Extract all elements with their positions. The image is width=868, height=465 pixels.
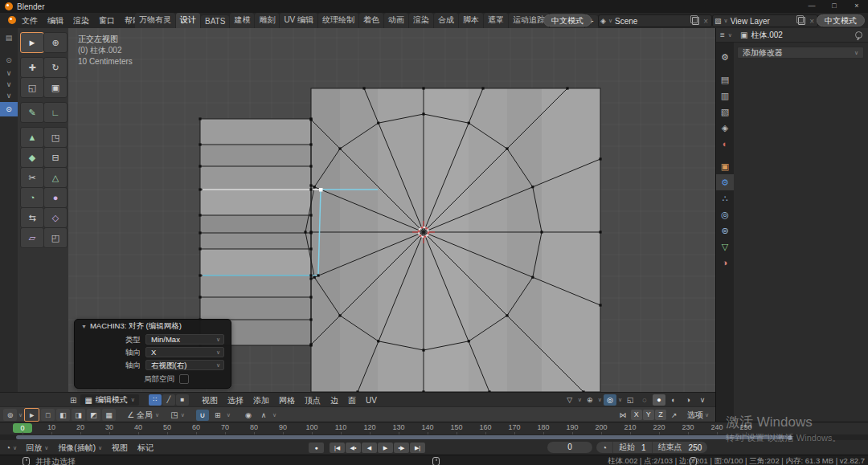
- type-dropdown[interactable]: Min/Max∨: [145, 334, 224, 345]
- viewport-menu-顶点[interactable]: 顶点: [300, 393, 326, 408]
- maximize-button[interactable]: □: [823, 0, 845, 13]
- eye-icon[interactable]: ⊙: [0, 102, 18, 116]
- tab-tool[interactable]: ⚙: [716, 49, 734, 65]
- local-space-checkbox[interactable]: [179, 374, 189, 384]
- gizmo-dropdown[interactable]: ⊕: [583, 394, 596, 406]
- pin-icon[interactable]: [855, 31, 862, 39]
- jump-to-end-button[interactable]: ▶|: [410, 443, 425, 453]
- tab-physics[interactable]: ◎: [716, 206, 734, 222]
- tab-modifiers-wrench[interactable]: ⚙: [716, 174, 734, 190]
- workspace-tab-着色[interactable]: 着色: [359, 13, 383, 28]
- mirror-axis-z-button[interactable]: Z: [655, 410, 666, 420]
- rip-region-tool[interactable]: ◰: [43, 227, 68, 248]
- workspace-tab-万物有灵[interactable]: 万物有灵: [135, 13, 175, 28]
- mirror-axis-x-button[interactable]: X: [631, 410, 642, 420]
- tab-object-data[interactable]: ▽: [716, 239, 734, 255]
- rotate-tool[interactable]: ↻: [43, 57, 68, 78]
- workspace-tab-建模[interactable]: 建模: [230, 13, 254, 28]
- spin-tool[interactable]: ◔: [20, 187, 44, 208]
- current-frame-field[interactable]: 0: [547, 442, 592, 453]
- play-reverse-button[interactable]: ◀: [362, 443, 377, 453]
- tab-scene[interactable]: ◈: [716, 120, 734, 136]
- timeline-menu-回放[interactable]: 回放∨: [22, 440, 52, 455]
- timeline-menu-标记[interactable]: 标记: [133, 440, 158, 455]
- record-button[interactable]: ●: [309, 443, 324, 453]
- xray-toggle[interactable]: ◱: [624, 394, 637, 406]
- play-button[interactable]: ▶: [378, 443, 393, 453]
- workspace-tab-遮罩[interactable]: 遮罩: [484, 13, 508, 28]
- proportional-edit-toggle[interactable]: ◉: [242, 410, 255, 421]
- start-frame-field[interactable]: 起始 1: [612, 442, 652, 453]
- close-button[interactable]: ×: [845, 0, 868, 13]
- tab-output[interactable]: ▥: [716, 88, 734, 104]
- auto-keyframe-button[interactable]: ◔: [596, 442, 612, 453]
- select-invert[interactable]: ◩: [87, 409, 100, 421]
- editor-type-icon[interactable]: ⊞: [68, 396, 79, 405]
- shrink-fatten-tool[interactable]: ◇: [43, 207, 68, 228]
- machin3-panel-header[interactable]: ▼MACHIN3: 对齐 (编辑网格): [75, 320, 231, 332]
- pivot-point-dropdown[interactable]: ◳ ∨: [170, 410, 185, 419]
- timeline-menu-报像(插帧)[interactable]: 报像(插帧)∨: [54, 440, 106, 455]
- menu-文件[interactable]: 文件: [18, 13, 42, 28]
- vertex-select-mode[interactable]: ∷: [149, 394, 162, 406]
- shading-rendered[interactable]: ◑: [682, 394, 694, 406]
- add-modifier-button[interactable]: 添加修改器 ∨: [737, 47, 864, 59]
- face-select-mode[interactable]: ■: [176, 394, 189, 406]
- minimize-button[interactable]: —: [800, 0, 823, 13]
- workspace-tab-纹理绘制[interactable]: 纹理绘制: [318, 13, 358, 28]
- view-layer-selector[interactable]: ▧ ∨ View Layer ×: [712, 14, 818, 27]
- shading-solid[interactable]: ●: [653, 394, 665, 406]
- select-set-new[interactable]: □: [41, 409, 55, 421]
- menu-渲染[interactable]: 渲染: [69, 13, 93, 28]
- viewport-menu-视图[interactable]: 视图: [197, 393, 223, 408]
- shear-tool[interactable]: ▱: [20, 227, 44, 248]
- viewport-menu-UV[interactable]: UV: [361, 393, 382, 408]
- move-tool[interactable]: ✚: [20, 57, 44, 78]
- options-dropdown[interactable]: 选项: [687, 410, 703, 421]
- tab-constraints[interactable]: ⊚: [716, 222, 734, 239]
- mode-dropdown[interactable]: ▦ 编辑模式 ∨: [80, 394, 139, 406]
- falloff-curve-icon[interactable]: ∧: [257, 410, 270, 421]
- tab-render[interactable]: ▤: [716, 71, 734, 88]
- tab-particles[interactable]: ∴: [716, 190, 734, 206]
- language-mode-button-right[interactable]: 中文模式: [817, 14, 865, 27]
- language-mode-button[interactable]: 中文模式: [543, 14, 592, 27]
- menu-编辑[interactable]: 编辑: [43, 13, 68, 28]
- workspace-tab-UV 编辑[interactable]: UV 编辑: [280, 13, 317, 28]
- inset-faces-tool[interactable]: ◳: [43, 127, 68, 148]
- viewport-menu-面[interactable]: 面: [343, 393, 361, 408]
- mirror-axis-y-button[interactable]: Y: [643, 410, 654, 420]
- tab-material[interactable]: ◑: [716, 255, 734, 271]
- select-extend[interactable]: ◧: [56, 409, 70, 421]
- viewport-menu-添加[interactable]: 添加: [248, 393, 274, 408]
- transform-tool[interactable]: ▣: [43, 77, 68, 98]
- cursor-tool[interactable]: ⊕: [43, 32, 68, 53]
- viewport-menu-选择[interactable]: 选择: [223, 393, 248, 408]
- axis-dropdown[interactable]: X∨: [145, 347, 224, 357]
- workspace-tab-合成[interactable]: 合成: [434, 13, 458, 28]
- orientation-dropdown[interactable]: ∠ 全局 ∨: [127, 410, 159, 421]
- overlays-dropdown[interactable]: ◎: [604, 394, 616, 406]
- poly-build-tool[interactable]: △: [43, 167, 68, 188]
- annotate-tool[interactable]: ✎: [20, 102, 44, 123]
- mirror-icon[interactable]: ⋈: [616, 410, 629, 421]
- select-intersect[interactable]: ▦: [102, 409, 116, 421]
- shading-wireframe[interactable]: ◌: [638, 394, 651, 406]
- view-axis-dropdown[interactable]: 右视图(右)∨: [145, 360, 224, 370]
- select-subtract[interactable]: ◨: [72, 409, 85, 421]
- timeline-scrollbar[interactable]: [16, 435, 789, 439]
- menu-窗口[interactable]: 窗口: [95, 13, 119, 28]
- viewport-canvas[interactable]: 正交左视图 (0) 柱体.002 10 Centimeters ▼MACHIN3…: [68, 28, 715, 392]
- loop-cut-tool[interactable]: ⊟: [43, 147, 68, 168]
- viewport-menu-边[interactable]: 边: [326, 393, 343, 408]
- blender-menu-icon[interactable]: [8, 16, 16, 24]
- shading-dropdown[interactable]: ∨: [696, 394, 709, 406]
- bevel-tool[interactable]: ◆: [20, 147, 44, 168]
- tab-world[interactable]: ◐: [716, 136, 734, 152]
- snap-target-icon[interactable]: ↗: [668, 410, 681, 421]
- select-box-tool[interactable]: ►: [20, 32, 44, 53]
- jump-to-start-button[interactable]: |◀: [330, 443, 345, 453]
- tab-object[interactable]: ▣: [716, 158, 734, 174]
- smooth-tool[interactable]: ●: [43, 187, 68, 208]
- timeline-editor-type-icon[interactable]: ◔: [3, 443, 13, 452]
